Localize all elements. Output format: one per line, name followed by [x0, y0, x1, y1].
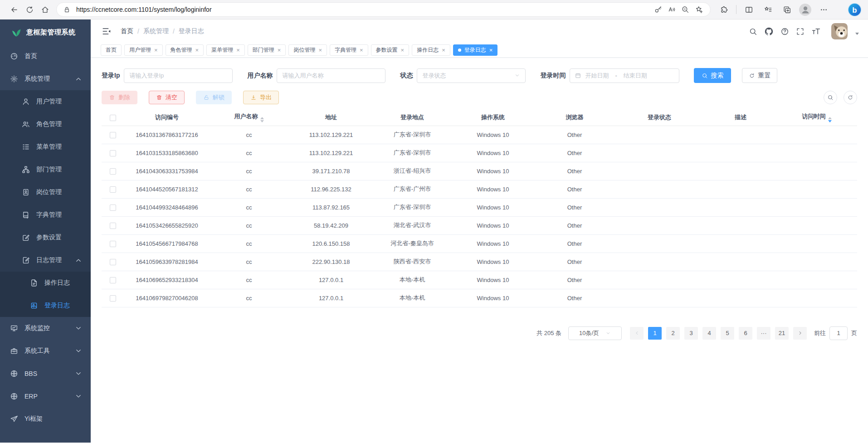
tab-岗位管理[interactable]: 岗位管理×	[288, 44, 327, 56]
sidebar-item-role-mgmt[interactable]: 角色管理	[0, 113, 91, 136]
page-button-3[interactable]: 3	[684, 327, 698, 340]
tab-close-icon[interactable]: ×	[489, 47, 493, 53]
collapse-menu-icon[interactable]	[102, 26, 112, 36]
favorites-button[interactable]	[761, 2, 775, 17]
sort-carets[interactable]	[260, 117, 264, 122]
sidebar-item-dept-mgmt[interactable]: 部门管理	[0, 158, 91, 181]
sidebar-item-dict-mgmt[interactable]: 字典管理	[0, 204, 91, 226]
sidebar-item-sys-monitor[interactable]: 系统监控	[0, 317, 91, 340]
sidebar-item-home[interactable]: 首页	[0, 45, 91, 68]
tab-close-icon[interactable]: ×	[154, 47, 158, 53]
tab-close-icon[interactable]: ×	[360, 47, 363, 53]
help-icon[interactable]	[780, 27, 789, 36]
tab-用户管理[interactable]: 用户管理×	[124, 44, 163, 56]
page-ellipsis[interactable]: ···	[757, 327, 770, 340]
page-button-6[interactable]: 6	[739, 327, 752, 340]
date-range-picker[interactable]: 开始日期 - 结束日期	[570, 68, 679, 83]
tab-close-icon[interactable]: ×	[195, 47, 199, 53]
tab-菜单管理[interactable]: 菜单管理×	[206, 44, 245, 56]
browser-refresh-button[interactable]	[22, 2, 37, 17]
row-checkbox[interactable]	[110, 259, 116, 265]
search-button[interactable]: 搜索	[694, 68, 731, 83]
browser-back-button[interactable]	[6, 2, 22, 17]
row-checkbox[interactable]	[110, 150, 116, 156]
extensions-button[interactable]	[717, 2, 731, 17]
next-page-button[interactable]	[793, 327, 807, 340]
sort-asc-caret[interactable]	[828, 117, 832, 119]
tab-close-icon[interactable]: ×	[278, 47, 281, 53]
tab-close-icon[interactable]: ×	[318, 47, 322, 53]
prev-page-button[interactable]	[630, 327, 644, 340]
column-header-用户名称[interactable]: 用户名称	[210, 110, 288, 126]
split-screen-button[interactable]	[742, 2, 756, 17]
row-checkbox[interactable]	[110, 277, 116, 283]
tab-操作日志[interactable]: 操作日志×	[412, 44, 450, 56]
page-button-1[interactable]: 1	[648, 327, 662, 340]
password-key-icon[interactable]	[651, 3, 665, 16]
sidebar-item-op-log[interactable]: 操作日志	[0, 272, 91, 294]
sidebar-item-bbs[interactable]: BBS	[0, 362, 91, 385]
bing-chat-button[interactable]: b	[848, 3, 862, 17]
toggle-search-button[interactable]	[824, 91, 837, 104]
page-size-select[interactable]: 10条/页	[568, 326, 622, 340]
goto-page-input[interactable]	[829, 326, 848, 340]
select-all-checkbox[interactable]	[110, 115, 116, 121]
ip-input[interactable]	[124, 68, 233, 83]
sidebar-item-sys-tools[interactable]: 系统工具	[0, 340, 91, 362]
browser-home-button[interactable]	[37, 2, 53, 17]
breadcrumb-system[interactable]: 系统管理	[143, 27, 169, 35]
zoom-out-icon[interactable]	[678, 3, 692, 16]
reload-table-button[interactable]	[844, 91, 857, 104]
sort-desc-caret[interactable]	[828, 120, 832, 122]
sidebar-item-erp[interactable]: ERP	[0, 385, 91, 408]
page-button-4[interactable]: 4	[702, 327, 716, 340]
page-button-5[interactable]: 5	[721, 327, 734, 340]
collections-button[interactable]	[780, 2, 794, 17]
sidebar-item-yi-framework[interactable]: Yi框架	[0, 408, 91, 430]
search-icon[interactable]	[749, 27, 757, 36]
row-checkbox[interactable]	[110, 295, 116, 302]
page-button-2[interactable]: 2	[666, 327, 680, 340]
read-aloud-icon[interactable]	[665, 3, 678, 16]
sort-desc-caret[interactable]	[260, 120, 264, 122]
sidebar-item-menu-mgmt[interactable]: 菜单管理	[0, 136, 91, 158]
breadcrumb-home[interactable]: 首页	[121, 27, 133, 35]
unlock-button[interactable]: 解锁	[196, 91, 232, 104]
sidebar-item-system-mgmt[interactable]: 系统管理	[0, 68, 91, 90]
github-icon[interactable]	[764, 27, 774, 36]
browser-menu-button[interactable]	[817, 2, 830, 17]
sidebar-item-login-log[interactable]: 登录日志	[0, 294, 91, 317]
font-size-icon[interactable]	[811, 27, 821, 36]
sidebar-item-post-mgmt[interactable]: 岗位管理	[0, 181, 91, 204]
tab-登录日志[interactable]: 登录日志×	[453, 44, 498, 56]
address-bar[interactable]: https://ccnetcore.com:1101/system/log/lo…	[56, 2, 711, 17]
export-button[interactable]: 导出	[243, 91, 279, 104]
delete-button[interactable]: 删除	[102, 91, 137, 104]
row-checkbox[interactable]	[110, 186, 116, 193]
url-text[interactable]: https://ccnetcore.com:1101/system/log/lo…	[76, 6, 651, 13]
tab-close-icon[interactable]: ×	[236, 47, 240, 53]
reset-button[interactable]: 重置	[742, 68, 777, 83]
row-checkbox[interactable]	[110, 132, 116, 138]
sort-asc-caret[interactable]	[260, 117, 264, 119]
sidebar-item-log-mgmt[interactable]: 日志管理	[0, 249, 91, 272]
clear-button[interactable]: 清空	[149, 91, 185, 104]
row-checkbox[interactable]	[110, 168, 116, 175]
status-select[interactable]: 登录状态	[417, 68, 526, 83]
sort-carets[interactable]	[828, 117, 832, 122]
sidebar-item-param-settings[interactable]: 参数设置	[0, 226, 91, 249]
fullscreen-icon[interactable]	[796, 27, 805, 36]
tab-字典管理[interactable]: 字典管理×	[330, 44, 368, 56]
row-checkbox[interactable]	[110, 241, 116, 247]
sidebar-item-user-mgmt[interactable]: 用户管理	[0, 90, 91, 113]
app-logo[interactable]: 意框架管理系统	[0, 19, 91, 45]
browser-profile-button[interactable]	[799, 4, 811, 16]
row-checkbox[interactable]	[110, 223, 116, 229]
tab-close-icon[interactable]: ×	[401, 47, 405, 53]
add-favorite-icon[interactable]	[692, 3, 706, 16]
tab-close-icon[interactable]: ×	[442, 47, 445, 53]
username-input[interactable]	[277, 68, 385, 83]
tab-参数设置[interactable]: 参数设置×	[371, 44, 410, 56]
tab-首页[interactable]: 首页	[101, 44, 122, 56]
user-avatar[interactable]	[831, 23, 848, 39]
